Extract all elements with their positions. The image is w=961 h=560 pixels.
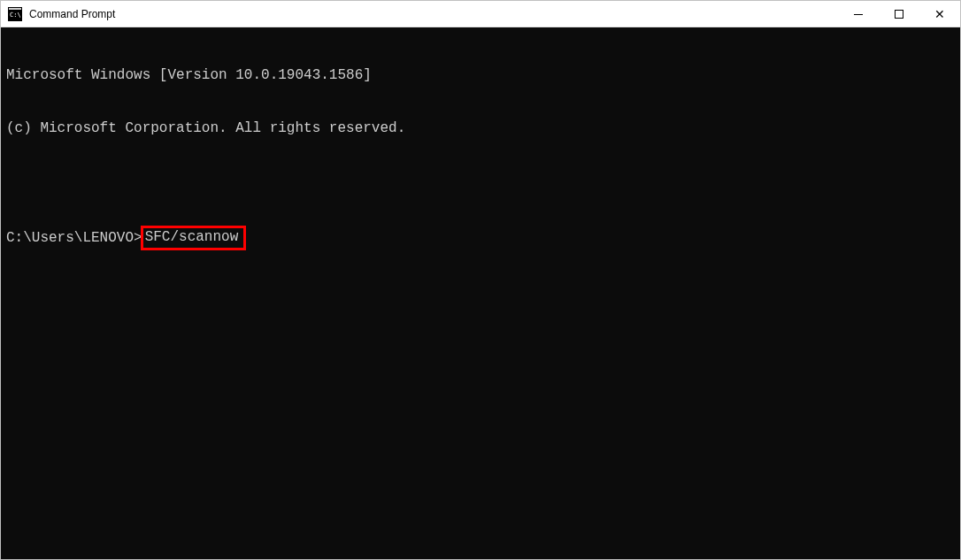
blank-line [6,173,955,190]
command-highlight: SFC/scannow [141,226,247,250]
minimize-icon [854,14,863,15]
svg-rect-1 [9,8,21,10]
terminal-output[interactable]: Microsoft Windows [Version 10.0.19043.15… [1,27,960,559]
maximize-button[interactable] [879,1,919,27]
close-button[interactable]: ✕ [919,1,960,27]
prompt-text: C:\Users\LENOVO> [6,229,142,247]
titlebar[interactable]: C:\ Command Prompt ✕ [1,1,960,27]
maximize-icon [895,10,903,19]
svg-text:C:\: C:\ [10,12,21,19]
copyright-line: (c) Microsoft Corporation. All rights re… [6,119,955,137]
minimize-button[interactable] [838,1,879,27]
command-text: SFC/scannow [145,229,239,245]
prompt-line: C:\Users\LENOVO>SFC/scannow [6,226,955,250]
close-icon: ✕ [934,7,945,21]
version-line: Microsoft Windows [Version 10.0.19043.15… [6,66,955,84]
command-prompt-window: C:\ Command Prompt ✕ Microsoft Windows [… [0,0,961,560]
cmd-icon: C:\ [8,7,22,21]
window-title: Command Prompt [29,8,838,20]
window-controls: ✕ [838,1,960,27]
